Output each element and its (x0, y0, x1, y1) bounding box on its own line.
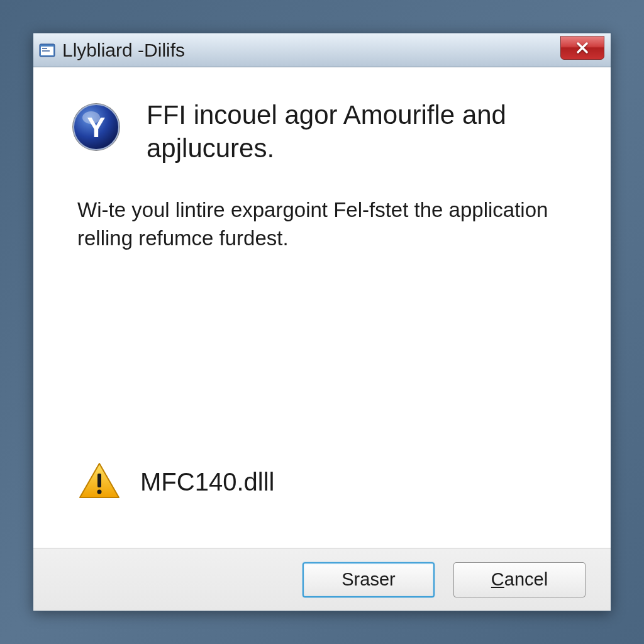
close-icon (575, 41, 589, 55)
cancel-mnemonic: C (491, 569, 504, 590)
svg-rect-8 (97, 474, 101, 487)
dialog-content: Y FFI incouel agor Amourifle and apjlucu… (33, 67, 611, 548)
dialog-heading: FFI incouel agor Amourifle and apjlucure… (147, 99, 573, 165)
spacer (71, 277, 573, 460)
dialog-window: Llybliard -Dilifs (33, 33, 611, 611)
warning-icon (77, 460, 121, 504)
svg-rect-2 (42, 48, 47, 49)
warning-file-label: MFC140.dlll (140, 468, 274, 496)
dialog-body: Wi-te youl lintire expargoint Fel-fstet … (77, 196, 573, 252)
svg-rect-3 (42, 50, 50, 52)
warning-row: MFC140.dlll (77, 460, 573, 504)
svg-point-9 (97, 490, 102, 494)
window-title: Llybliard -Dilifs (62, 40, 185, 61)
svg-text:Y: Y (87, 112, 105, 143)
cancel-button[interactable]: Cancel (453, 562, 586, 597)
close-button[interactable] (560, 36, 604, 60)
info-icon: Y (71, 102, 121, 152)
cancel-label-rest: ancel (504, 569, 548, 590)
titlebar: Llybliard -Dilifs (33, 33, 611, 67)
heading-row: Y FFI incouel agor Amourifle and apjlucu… (71, 99, 573, 165)
app-icon (38, 42, 56, 59)
primary-button[interactable]: Sraser (303, 562, 435, 597)
button-row: Sraser Cancel (33, 548, 611, 611)
